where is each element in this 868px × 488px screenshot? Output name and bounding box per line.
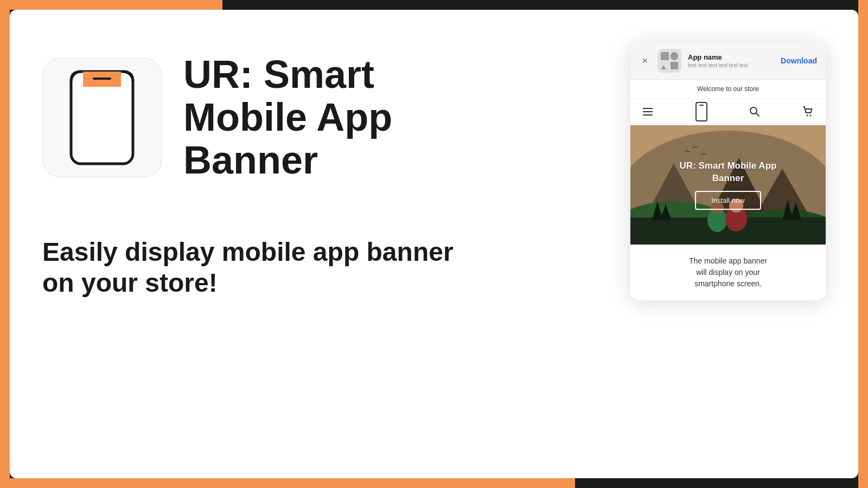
close-button[interactable]: × (639, 55, 651, 67)
svg-point-6 (806, 115, 808, 117)
cart-nav-icon[interactable] (802, 105, 815, 118)
hamburger-lines (643, 108, 653, 115)
left-content: UR: SmartMobile App Banner Easily displa… (10, 10, 563, 478)
app-icon-small (658, 49, 681, 73)
hamburger-line-3 (643, 114, 653, 115)
app-icon-section: UR: SmartMobile App Banner (42, 53, 531, 182)
app-icon-box (42, 58, 162, 177)
app-info: App name text text text text text text (688, 53, 774, 68)
hero-overlay: UR: Smart Mobile AppBanner Install now (630, 125, 826, 245)
download-button[interactable]: Download (781, 56, 817, 65)
orange-bar-top (0, 0, 222, 10)
description-text: Easily display mobile app banneron your … (42, 236, 531, 299)
hero-title: UR: Smart Mobile AppBanner (680, 160, 777, 184)
panel-description-text: The mobile app bannerwill display on you… (639, 255, 817, 290)
icon-shape-triangle (661, 65, 666, 69)
phone-nav-shape (695, 102, 707, 121)
svg-point-4 (750, 107, 757, 114)
icon-shape-circle (671, 52, 679, 60)
icon-shape-square (661, 52, 669, 60)
svg-line-5 (756, 113, 759, 116)
svg-point-7 (809, 115, 811, 117)
cart-icon (802, 106, 814, 118)
hamburger-line-1 (643, 108, 653, 109)
banner-header: × App name text text text text text text… (630, 42, 826, 80)
outer-frame: UR: SmartMobile App Banner Easily displa… (0, 0, 868, 488)
icon-shape-rect (671, 62, 679, 70)
phone-nav-notch (699, 105, 704, 106)
orange-bar-bottom (0, 478, 575, 488)
install-button[interactable]: Install now (695, 191, 761, 210)
hamburger-icon[interactable] (641, 105, 654, 118)
right-panel: × App name text text text text text text… (630, 42, 826, 300)
store-browser-header: Welcome to our store (630, 80, 826, 99)
phone-illustration-icon (67, 69, 137, 166)
hero-image: UR: Smart Mobile AppBanner Install now (630, 125, 826, 245)
search-icon (749, 106, 760, 117)
mobile-nav (630, 99, 826, 125)
panel-description: The mobile app bannerwill display on you… (630, 245, 826, 300)
app-title: UR: SmartMobile App Banner (183, 53, 531, 182)
main-card: UR: SmartMobile App Banner Easily displa… (10, 10, 858, 478)
app-name-label: App name (688, 53, 774, 61)
orange-bar-left (0, 0, 10, 488)
app-sub-label: text text text text text text (688, 62, 774, 68)
phone-nav-icon[interactable] (695, 105, 708, 118)
welcome-text: Welcome to our store (697, 85, 759, 93)
hamburger-line-2 (643, 111, 653, 112)
search-nav-icon[interactable] (748, 105, 761, 118)
orange-bar-right (858, 0, 868, 488)
